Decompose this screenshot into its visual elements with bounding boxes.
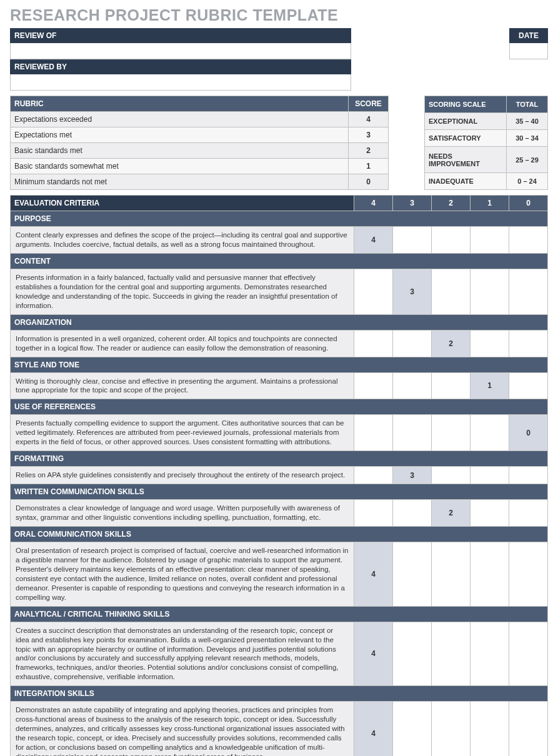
rubric-header: RUBRIC (11, 96, 349, 112)
score-cell[interactable]: 4 (354, 542, 393, 607)
col-3: 3 (393, 196, 432, 211)
section-header: PURPOSE (11, 211, 548, 227)
section-header: USE OF REFERENCES (11, 399, 548, 415)
section-desc: Writing is thoroughly clear, concise and… (11, 372, 354, 399)
rubric-row-score: 0 (349, 174, 389, 190)
score-cell[interactable] (509, 330, 548, 357)
section-header: ORGANIZATION (11, 314, 548, 330)
score-cell[interactable] (471, 622, 509, 686)
scale-header: SCORING SCALE (425, 96, 507, 113)
col-2: 2 (432, 196, 471, 211)
score-cell[interactable] (471, 269, 509, 314)
score-cell[interactable] (432, 372, 471, 399)
score-cell[interactable] (354, 372, 393, 399)
score-cell[interactable]: 0 (509, 415, 548, 451)
score-cell[interactable] (354, 500, 393, 527)
page-title: RESEARCH PROJECT RUBRIC TEMPLATE (10, 6, 548, 24)
scale-row-range: 30 – 34 (507, 130, 548, 147)
score-cell[interactable] (393, 500, 432, 527)
score-cell[interactable] (393, 330, 432, 357)
section-header: CONTENT (11, 253, 548, 269)
score-cell[interactable]: 2 (432, 330, 471, 357)
score-cell[interactable] (393, 227, 432, 254)
score-cell[interactable]: 1 (471, 372, 509, 399)
review-of-label: REVIEW OF (10, 28, 351, 43)
score-cell[interactable] (471, 467, 509, 484)
section-header: WRITTEN COMMUNICATION SKILLS (11, 484, 548, 500)
score-cell[interactable] (393, 702, 432, 756)
score-cell[interactable] (432, 227, 471, 254)
score-cell[interactable]: 3 (393, 269, 432, 314)
date-value[interactable] (509, 43, 548, 59)
score-cell[interactable] (393, 542, 432, 607)
score-cell[interactable] (432, 542, 471, 607)
rubric-score-header: SCORE (349, 96, 389, 112)
score-cell[interactable] (471, 500, 509, 527)
score-cell[interactable] (393, 372, 432, 399)
col-4: 4 (354, 196, 393, 211)
scoring-scale-table: SCORING SCALE TOTAL EXCEPTIONAL 35 – 40S… (424, 96, 548, 190)
score-cell[interactable]: 4 (354, 702, 393, 756)
section-desc: Relies on APA style guidelines consisten… (11, 467, 354, 484)
rubric-row-score: 4 (349, 112, 389, 127)
score-cell[interactable] (471, 542, 509, 607)
score-cell[interactable] (509, 269, 548, 314)
scale-row-range: 25 – 29 (507, 147, 548, 172)
score-cell[interactable] (354, 467, 393, 484)
score-cell[interactable] (509, 622, 548, 686)
rubric-row-label: Expectations exceeded (11, 112, 349, 127)
score-cell[interactable] (509, 372, 548, 399)
section-desc: Demonstrates an astute capability of int… (11, 702, 354, 756)
score-cell[interactable] (509, 702, 548, 756)
rubric-table: RUBRIC SCORE Expectations exceeded 4Expe… (10, 96, 389, 190)
score-cell[interactable] (509, 500, 548, 527)
header-block: REVIEW OF REVIEWED BY DATE (10, 28, 548, 91)
date-label: DATE (509, 28, 548, 43)
section-desc: Creates a succinct description that demo… (11, 622, 354, 686)
section-desc: Demonstrates a clear knowledge of langua… (11, 500, 354, 527)
score-cell[interactable] (393, 622, 432, 686)
score-cell[interactable]: 3 (393, 467, 432, 484)
score-cell[interactable] (471, 227, 509, 254)
rubric-row-label: Minimum standards not met (11, 174, 349, 190)
section-desc: Oral presentation of research project is… (11, 542, 354, 607)
score-cell[interactable] (471, 415, 509, 451)
score-cell[interactable] (432, 622, 471, 686)
section-desc: Information is presented in a well organ… (11, 330, 354, 357)
criteria-table: EVALUATION CRITERIA 4 3 2 1 0 PURPOSECon… (10, 195, 548, 756)
score-cell[interactable] (509, 542, 548, 607)
scale-row-range: 35 – 40 (507, 113, 548, 130)
section-header: ANALYTICAL / CRITICAL THINKING SKILLS (11, 606, 548, 622)
score-cell[interactable] (432, 269, 471, 314)
col-0: 0 (509, 196, 548, 211)
rubric-row-label: Basic standards somewhat met (11, 159, 349, 174)
score-cell[interactable] (509, 467, 548, 484)
score-cell[interactable] (393, 415, 432, 451)
score-cell[interactable]: 4 (354, 227, 393, 254)
score-cell[interactable] (432, 415, 471, 451)
reviewed-by-label: REVIEWED BY (10, 59, 351, 74)
section-header: STYLE AND TONE (11, 357, 548, 372)
col-1: 1 (471, 196, 509, 211)
score-cell[interactable] (432, 467, 471, 484)
score-cell[interactable] (509, 227, 548, 254)
score-cell[interactable] (354, 330, 393, 357)
scale-row-label: SATISFACTORY (425, 130, 507, 147)
score-cell[interactable] (432, 702, 471, 756)
reviewed-by-value[interactable] (10, 74, 351, 91)
section-desc: Content clearly expresses and defines th… (11, 227, 354, 254)
score-cell[interactable] (471, 330, 509, 357)
scale-row-range: 0 – 24 (507, 172, 548, 189)
rubric-row-score: 2 (349, 143, 389, 159)
score-cell[interactable] (471, 702, 509, 756)
scale-row-label: INADEQUATE (425, 172, 507, 189)
score-cell[interactable] (354, 269, 393, 314)
criteria-header: EVALUATION CRITERIA (11, 196, 354, 211)
score-cell[interactable] (354, 415, 393, 451)
section-header: FORMATTING (11, 451, 548, 467)
rubric-row-label: Basic standards met (11, 143, 349, 159)
score-cell[interactable]: 4 (354, 622, 393, 686)
score-cell[interactable]: 2 (432, 500, 471, 527)
review-of-value[interactable] (10, 43, 351, 59)
rubric-row-label: Expectations met (11, 127, 349, 143)
